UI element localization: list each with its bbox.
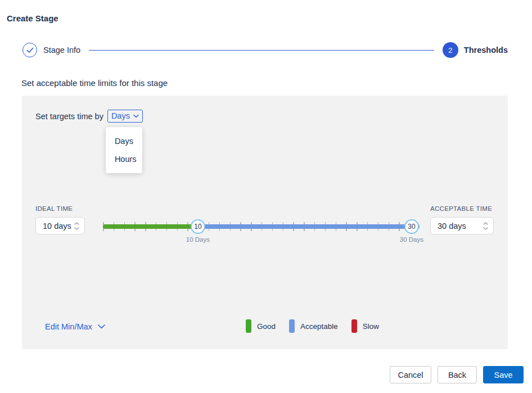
check-icon bbox=[26, 47, 34, 53]
ideal-time-decrement-button[interactable] bbox=[74, 227, 79, 230]
slider-handle-max[interactable]: 30 bbox=[404, 219, 419, 234]
footer-actions: Cancel Back Save bbox=[390, 366, 524, 383]
step-complete-icon bbox=[22, 43, 37, 57]
step-stage-info-label: Stage Info bbox=[43, 46, 80, 55]
menu-item-days[interactable]: Days bbox=[106, 132, 142, 150]
chevron-up-icon bbox=[483, 222, 488, 225]
slider-handle-min[interactable]: 10 bbox=[191, 219, 205, 234]
slider-handle-max-value: 30 bbox=[408, 223, 415, 231]
edit-minmax-link[interactable]: Edit Min/Max bbox=[45, 322, 105, 331]
ideal-time-value: 10 days bbox=[43, 222, 71, 231]
ideal-time-increment-button[interactable] bbox=[74, 222, 79, 225]
acceptable-time-value: 30 days bbox=[438, 222, 466, 231]
edit-minmax-label: Edit Min/Max bbox=[45, 322, 92, 331]
chevron-down-icon bbox=[483, 227, 488, 230]
time-unit-dropdown: Days Days Hours bbox=[107, 110, 143, 123]
legend: Good Acceptable Slow bbox=[246, 319, 379, 333]
acceptable-time-input[interactable]: 30 days bbox=[430, 217, 494, 234]
stepper-connector bbox=[89, 50, 434, 51]
legend-swatch-good bbox=[246, 319, 251, 333]
thresholds-panel: Set targets time by Days Days Hours IDEA… bbox=[22, 96, 508, 349]
slider-handle-max-caption: 30 Days bbox=[400, 236, 423, 243]
legend-label-slow: Slow bbox=[363, 322, 379, 331]
menu-item-hours[interactable]: Hours bbox=[106, 150, 142, 168]
chevron-down-icon bbox=[74, 227, 79, 230]
ideal-time-column: IDEAL TIME 10 days bbox=[35, 205, 85, 234]
legend-item-slow: Slow bbox=[351, 319, 379, 333]
targets-row: Set targets time by Days Days Hours bbox=[35, 110, 143, 123]
chevron-down-icon bbox=[98, 324, 105, 329]
legend-item-good: Good bbox=[246, 319, 276, 333]
ideal-time-label: IDEAL TIME bbox=[35, 205, 85, 212]
save-button[interactable]: Save bbox=[483, 366, 524, 383]
acceptable-time-column: ACCEPTABLE TIME 30 days bbox=[430, 205, 494, 234]
time-unit-trigger[interactable]: Days bbox=[107, 110, 143, 123]
range-slider: 10 30 10 Days 30 Days bbox=[103, 205, 420, 247]
step-stage-info[interactable]: Stage Info bbox=[22, 43, 80, 57]
legend-label-good: Good bbox=[257, 322, 276, 331]
slider-handle-min-value: 10 bbox=[194, 223, 201, 231]
step-number-badge: 2 bbox=[443, 42, 458, 58]
legend-swatch-acceptable bbox=[289, 319, 295, 333]
set-targets-label: Set targets time by bbox=[35, 112, 103, 121]
slider-track-green bbox=[103, 224, 198, 229]
cancel-button[interactable]: Cancel bbox=[390, 366, 431, 383]
slider-handle-min-caption: 10 Days bbox=[186, 236, 210, 243]
step-thresholds-label: Thresholds bbox=[464, 46, 508, 55]
legend-label-acceptable: Acceptable bbox=[300, 322, 338, 331]
chevron-down-icon bbox=[133, 114, 139, 118]
ideal-time-spinners bbox=[74, 222, 79, 230]
acceptable-time-label: ACCEPTABLE TIME bbox=[430, 205, 494, 212]
back-button[interactable]: Back bbox=[438, 366, 477, 383]
acceptable-time-increment-button[interactable] bbox=[483, 222, 488, 225]
stepper: Stage Info 2 Thresholds bbox=[22, 42, 508, 58]
section-heading: Set acceptable time limits for this stag… bbox=[21, 78, 168, 88]
ideal-time-input[interactable]: 10 days bbox=[35, 217, 85, 234]
time-unit-value: Days bbox=[111, 111, 130, 120]
legend-item-acceptable: Acceptable bbox=[289, 319, 338, 333]
acceptable-time-decrement-button[interactable] bbox=[483, 227, 488, 230]
time-unit-menu: Days Hours bbox=[106, 127, 142, 173]
acceptable-time-spinners bbox=[483, 222, 488, 230]
legend-swatch-slow bbox=[351, 319, 357, 333]
slider-track[interactable] bbox=[103, 224, 420, 229]
chevron-up-icon bbox=[74, 222, 79, 225]
page-title: Create Stage bbox=[7, 13, 58, 23]
time-limits-slider-section: IDEAL TIME 10 days 10 bbox=[35, 205, 494, 247]
step-thresholds[interactable]: 2 Thresholds bbox=[443, 42, 508, 58]
